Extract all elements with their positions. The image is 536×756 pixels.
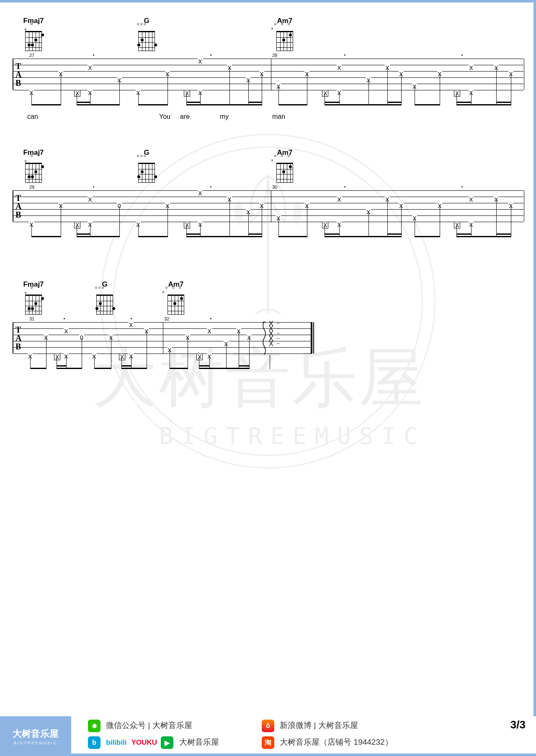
chord-fmaj7: Fmaj7 o × — [21, 280, 46, 316]
bilibili-icon: b — [88, 736, 100, 749]
chord-am7: Am7 ×ooo — [272, 17, 297, 53]
wechat-icon: ✵ — [88, 720, 100, 732]
tab-clef: TAB — [15, 62, 21, 87]
lyric: You — [159, 113, 170, 120]
chord-am7: Am7 ×ooo — [272, 149, 297, 185]
chord-fmaj7: Fmaj7 o × — [21, 17, 46, 53]
tab-clef: TAB — [15, 325, 21, 351]
footer-brand: 大树音乐屋 BIGTREEMUSIC — [0, 716, 71, 756]
tab-clef: TAB — [15, 194, 21, 219]
chord-am7: Am7 ×ooo — [163, 280, 188, 316]
footer-taobao: 淘 大树音乐屋（店铺号 1944232） — [262, 736, 393, 749]
bar-number: 29 — [29, 185, 34, 190]
tab-system-3: Fmaj7 o × G ooo Am7 ×ooo TAB 31 32 — [13, 284, 523, 364]
footer-bilibili-youku: b bilibili YOUKU ▶ 大树音乐屋 — [88, 736, 219, 749]
footer-wechat: ✵ 微信公众号 | 大树音乐屋 — [88, 720, 192, 732]
weibo-icon: ô — [262, 720, 274, 732]
bar-number: 30 — [272, 185, 277, 190]
chord-fmaj7: Fmaj7 o × — [21, 149, 46, 185]
arpeggio-icon — [262, 321, 267, 355]
chord-g: G ooo — [134, 17, 159, 53]
tab-system-1: Fmaj7 o × G ooo Am7 ×ooo — [13, 21, 523, 100]
tab-staff: TAB 27 28 — [13, 59, 523, 90]
lyric: my — [220, 113, 229, 120]
bar-number: 27 — [29, 53, 34, 58]
chord-g: G ooo — [92, 280, 117, 316]
taobao-icon: 淘 — [262, 736, 274, 749]
bar-number: 32 — [164, 316, 169, 321]
bar-number: 28 — [272, 53, 277, 58]
fermata-parens: ⌒⌒⌒⌒⌒ — [276, 323, 281, 349]
youku-icon: ▶ — [161, 736, 173, 749]
tab-system-2: Fmaj7 o × G ooo Am7 ×ooo TAB 29 30 — [13, 153, 523, 232]
page-footer: 大树音乐屋 BIGTREEMUSIC ✵ 微信公众号 | 大树音乐屋 b bil… — [0, 716, 536, 756]
lyric: are — [180, 113, 190, 120]
tab-content: Fmaj7 o × G ooo Am7 ×ooo — [13, 21, 523, 364]
chord-g: G ooo — [134, 149, 159, 185]
final-strum-chord: XXXXX — [269, 321, 273, 346]
lyric: can — [27, 113, 38, 120]
lyric: man — [272, 113, 285, 120]
footer-weibo: ô 新浪微博 | 大树音乐屋 — [262, 720, 358, 732]
tab-staff: TAB 29 30 — [13, 190, 523, 222]
bar-number: 31 — [29, 316, 34, 321]
page-number: 3/3 — [510, 718, 526, 731]
